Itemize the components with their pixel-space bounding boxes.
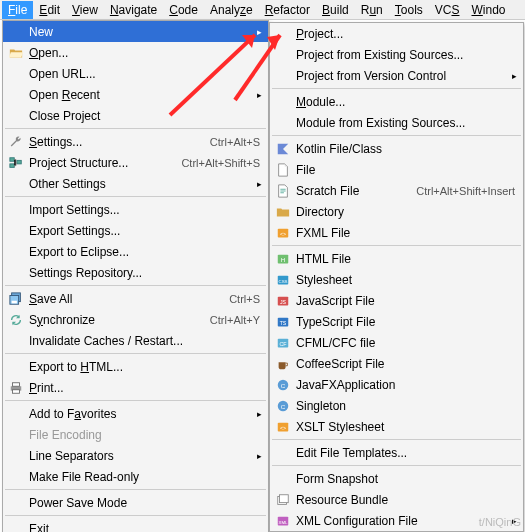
menubar-item-tools[interactable]: Tools: [389, 1, 429, 19]
new-file[interactable]: File: [270, 159, 523, 180]
blank-icon: [7, 223, 25, 239]
menubar-item-vcs[interactable]: VCS: [429, 1, 466, 19]
menubar-item-refactor[interactable]: Refactor: [259, 1, 316, 19]
menu-export-html[interactable]: Export to HTML...: [3, 356, 268, 377]
shortcut: Ctrl+S: [229, 293, 264, 305]
new-xslt[interactable]: <> XSLT Stylesheet: [270, 416, 523, 437]
blank-icon: [274, 47, 292, 63]
menu-print[interactable]: Print...: [3, 377, 268, 398]
svg-rect-5: [12, 300, 17, 303]
menu-close-project[interactable]: Close Project: [3, 105, 268, 126]
submenu-arrow-icon: ▸: [254, 90, 264, 100]
menu-new[interactable]: New ▸: [3, 21, 268, 42]
menu-add-favorites[interactable]: Add to Favorites ▸: [3, 403, 268, 424]
separator: [272, 439, 521, 440]
new-kotlin[interactable]: Kotlin File/Class: [270, 138, 523, 159]
wrench-icon: [7, 134, 25, 150]
menubar-item-view[interactable]: View: [66, 1, 104, 19]
structure-icon: [7, 155, 25, 171]
menubar-item-file[interactable]: File: [2, 1, 33, 19]
new-scratch[interactable]: Scratch File Ctrl+Alt+Shift+Insert: [270, 180, 523, 201]
menubar-item-edit[interactable]: Edit: [33, 1, 66, 19]
menubar-item-analyze[interactable]: Analyze: [204, 1, 259, 19]
submenu-arrow-icon: ▸: [509, 516, 519, 526]
menu-invalidate-caches[interactable]: Invalidate Caches / Restart...: [3, 330, 268, 351]
xslt-icon: <>: [274, 419, 292, 435]
new-javafx[interactable]: C JavaFXApplication: [270, 374, 523, 395]
svg-rect-1: [10, 163, 14, 167]
menu-import-settings[interactable]: Import Settings...: [3, 199, 268, 220]
menu-export-eclipse[interactable]: Export to Eclipse...: [3, 241, 268, 262]
menu-read-only[interactable]: Make File Read-only: [3, 466, 268, 487]
submenu-arrow-icon: ▸: [254, 451, 264, 461]
shortcut: Ctrl+Alt+Shift+S: [181, 157, 264, 169]
new-fxml[interactable]: <> FXML File: [270, 222, 523, 243]
menu-file-encoding: File Encoding: [3, 424, 268, 445]
new-form-snapshot[interactable]: Form Snapshot: [270, 468, 523, 489]
svg-text:CF: CF: [280, 340, 287, 346]
menu-project-structure[interactable]: Project Structure... Ctrl+Alt+Shift+S: [3, 152, 268, 173]
svg-text:H: H: [281, 255, 285, 262]
menu-exit[interactable]: Exit: [3, 518, 268, 532]
new-project-existing[interactable]: Project from Existing Sources...: [270, 44, 523, 65]
new-module[interactable]: Module...: [270, 91, 523, 112]
menubar-item-run[interactable]: Run: [355, 1, 389, 19]
new-html[interactable]: H HTML File: [270, 248, 523, 269]
separator: [5, 353, 266, 354]
new-module-existing[interactable]: Module from Existing Sources...: [270, 112, 523, 133]
menu-line-separators[interactable]: Line Separators ▸: [3, 445, 268, 466]
blank-icon: [7, 108, 25, 124]
refresh-icon: [7, 312, 25, 328]
new-xml-config[interactable]: XML XML Configuration File ▸: [270, 510, 523, 531]
blank-icon: [7, 244, 25, 260]
menu-settings-repository[interactable]: Settings Repository...: [3, 262, 268, 283]
new-ts[interactable]: TS TypeScript File: [270, 311, 523, 332]
blank-icon: [7, 202, 25, 218]
new-js[interactable]: JS JavaScript File: [270, 290, 523, 311]
css-icon: CSS: [274, 272, 292, 288]
blank-icon: [274, 94, 292, 110]
menubar-item-build[interactable]: Build: [316, 1, 355, 19]
blank-icon: [274, 445, 292, 461]
save-all-icon: [7, 291, 25, 307]
menubar-item-code[interactable]: Code: [163, 1, 204, 19]
new-cfml[interactable]: CF CFML/CFC file: [270, 332, 523, 353]
cfml-icon: CF: [274, 335, 292, 351]
blank-icon: [7, 66, 25, 82]
separator: [272, 245, 521, 246]
menubar: File Edit View Navigate Code Analyze Ref…: [0, 0, 525, 20]
blank-icon: [7, 24, 25, 40]
new-resource-bundle[interactable]: Resource Bundle: [270, 489, 523, 510]
svg-rect-7: [13, 382, 20, 386]
new-directory[interactable]: Directory: [270, 201, 523, 222]
singleton-icon: C: [274, 398, 292, 414]
blank-icon: [274, 115, 292, 131]
menubar-item-window[interactable]: Windo: [465, 1, 511, 19]
menu-open[interactable]: Open...: [3, 42, 268, 63]
new-singleton[interactable]: C Singleton: [270, 395, 523, 416]
svg-text:CSS: CSS: [279, 278, 288, 283]
menu-settings[interactable]: Settings... Ctrl+Alt+S: [3, 131, 268, 152]
menu-save-all[interactable]: Save All Ctrl+S: [3, 288, 268, 309]
separator: [272, 465, 521, 466]
svg-text:TS: TS: [280, 319, 287, 325]
menu-synchronize[interactable]: Synchronize Ctrl+Alt+Y: [3, 309, 268, 330]
printer-icon: [7, 380, 25, 396]
menu-power-save[interactable]: Power Save Mode: [3, 492, 268, 513]
new-edit-templates[interactable]: Edit File Templates...: [270, 442, 523, 463]
new-project[interactable]: Project...: [270, 23, 523, 44]
new-coffee[interactable]: CoffeeScript File: [270, 353, 523, 374]
svg-text:JS: JS: [280, 298, 287, 304]
blank-icon: [7, 495, 25, 511]
new-project-vcs[interactable]: Project from Version Control ▸: [270, 65, 523, 86]
menu-export-settings[interactable]: Export Settings...: [3, 220, 268, 241]
new-stylesheet[interactable]: CSS Stylesheet: [270, 269, 523, 290]
fxml-icon: <>: [274, 225, 292, 241]
menu-open-recent[interactable]: Open Recent ▸: [3, 84, 268, 105]
svg-rect-2: [17, 160, 21, 164]
menu-other-settings[interactable]: Other Settings ▸: [3, 173, 268, 194]
menubar-item-navigate[interactable]: Navigate: [104, 1, 163, 19]
svg-rect-0: [10, 157, 14, 161]
menu-open-url[interactable]: Open URL...: [3, 63, 268, 84]
blank-icon: [274, 26, 292, 42]
